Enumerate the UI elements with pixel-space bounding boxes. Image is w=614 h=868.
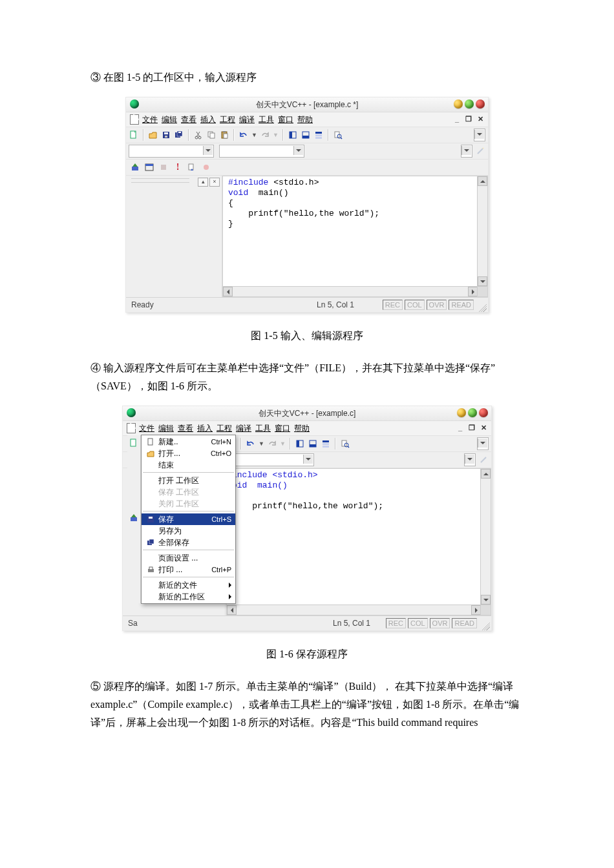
menu-build[interactable]: 编译 [236,423,251,434]
minimize-button[interactable] [457,408,466,417]
close-button[interactable] [476,99,485,108]
cut-icon[interactable] [193,130,204,140]
svg-rect-33 [297,440,299,447]
undo-icon[interactable] [238,130,249,140]
window-list-icon[interactable] [313,130,324,140]
vertical-scrollbar[interactable] [480,469,491,604]
ide-window-1: 创天中文VC++ - [example.c *] 文件 编辑 查看 插入 工程 … [125,97,489,313]
ide-window-2: 创天中文VC++ - [example.c] 文件 编辑 查看 插入 工程 编译… [122,406,492,631]
menu-edit[interactable]: 编辑 [162,114,177,125]
resize-grip-icon[interactable] [476,302,487,312]
workspace-pane[interactable]: ▴ × [126,176,222,297]
redo-icon[interactable] [267,439,277,449]
config-combo[interactable] [129,145,214,158]
workspace-icon[interactable] [295,439,305,449]
menu-file[interactable]: 文件 [142,114,158,125]
save-all-icon[interactable] [174,130,184,140]
window-list-icon[interactable] [321,439,331,449]
undo-dropdown-icon[interactable]: ▼ [259,440,264,447]
svg-rect-17 [302,136,309,138]
doc-minimize-icon[interactable]: _ [452,114,462,123]
horizontal-scrollbar[interactable] [227,604,481,615]
vertical-scrollbar[interactable] [477,176,487,286]
horizontal-scrollbar[interactable] [223,286,478,296]
paste-icon[interactable] [219,130,229,140]
open-icon [145,448,156,459]
resize-grip-icon[interactable] [480,620,490,630]
menu-project[interactable]: 工程 [220,114,235,125]
code-editor[interactable]: #include <stdio.h> void main() { printf(… [222,176,488,297]
menu-file[interactable]: 文件 [139,423,154,434]
svg-rect-13 [224,134,228,138]
target-combo[interactable] [229,453,314,466]
file-menu-save[interactable]: 保存 Ctrl+S [142,513,235,525]
find-in-files-icon[interactable] [333,130,343,140]
go-icon[interactable] [187,162,197,172]
doc-restore-icon[interactable]: ❐ [463,114,474,123]
redo-icon[interactable] [260,130,270,140]
file-menu-open-workspace[interactable]: 打开 工作区 [142,475,235,486]
file-menu-close-workspace: 关闭 工作区 [142,498,235,510]
maximize-button[interactable] [468,408,477,417]
copy-icon[interactable] [206,130,217,140]
file-menu-saveall[interactable]: 全部保存 [142,537,235,548]
new-file-icon[interactable] [129,130,139,140]
toolbar-combo-end[interactable] [477,437,489,450]
menu-help[interactable]: 帮助 [294,423,310,434]
svg-rect-36 [323,440,329,442]
file-menu-print[interactable]: 打印 ... Ctrl+P [142,564,235,575]
menu-project[interactable]: 工程 [217,423,232,434]
menu-view[interactable]: 查看 [181,114,196,125]
undo-icon[interactable] [246,439,256,449]
menu-insert[interactable]: 插入 [200,114,216,125]
build-icon[interactable] [144,162,154,172]
file-menu-new[interactable]: 新建.. Ctrl+N [142,436,235,448]
undo-dropdown-icon[interactable]: ▼ [251,132,257,138]
combo-end[interactable] [464,453,476,466]
code-editor[interactable]: include <stdio.h> oid main() printf("hel… [226,468,491,615]
svg-rect-6 [178,132,181,133]
menu-window[interactable]: 窗口 [275,423,290,434]
find-in-files-icon[interactable] [340,439,350,449]
target-combo[interactable] [219,145,304,158]
doc-close-icon[interactable]: ✕ [475,114,485,123]
menu-window[interactable]: 窗口 [278,114,293,125]
menu-view[interactable]: 查看 [178,423,193,434]
menu-insert[interactable]: 插入 [197,423,213,434]
minimize-button[interactable] [454,99,463,108]
file-menu-pagesetup[interactable]: 页面设置 ... [142,552,235,564]
compile-icon[interactable] [130,162,140,172]
workspace-icon[interactable] [288,130,298,140]
output-icon[interactable] [308,439,318,449]
newdoc-btn-icon[interactable] [129,438,139,448]
menu-tools[interactable]: 工具 [255,423,271,434]
compile-btn-icon[interactable] [129,513,139,523]
doc-restore-icon[interactable]: ❐ [467,423,477,432]
file-menu-recent-files[interactable]: 新近的文件 [142,579,235,591]
pane-float-icon[interactable]: ▴ [198,178,208,187]
open-icon[interactable] [148,130,158,140]
menu-build[interactable]: 编译 [239,114,255,125]
menu-tools[interactable]: 工具 [259,114,274,125]
redo-dropdown-icon[interactable]: ▼ [273,132,279,138]
close-button[interactable] [479,408,488,417]
output-icon[interactable] [301,130,311,140]
doc-minimize-icon[interactable]: _ [455,423,465,432]
menu-edit[interactable]: 编辑 [158,423,174,434]
combo-end[interactable] [461,145,472,158]
window-title: 创天中文VC++ - [example.c] [259,409,356,418]
maximize-button[interactable] [465,99,474,108]
toolbar-combo-end[interactable] [474,129,485,141]
execute-icon[interactable]: ! [173,162,183,172]
svg-rect-44 [148,439,153,445]
doc-close-icon[interactable]: ✕ [478,423,489,432]
file-menu-saveas[interactable]: 另存为 [142,525,235,537]
file-menu-end[interactable]: 结束 [142,459,235,471]
menu-help[interactable]: 帮助 [297,114,313,125]
pane-close-icon[interactable]: × [209,178,220,187]
stop-build-icon [158,162,169,172]
save-icon[interactable] [161,130,171,140]
redo-dropdown-icon[interactable]: ▼ [280,440,286,447]
file-menu-recent-workspaces[interactable]: 新近的工作区 [142,591,235,603]
file-menu-open[interactable]: 打开... Ctrl+O [142,448,235,459]
